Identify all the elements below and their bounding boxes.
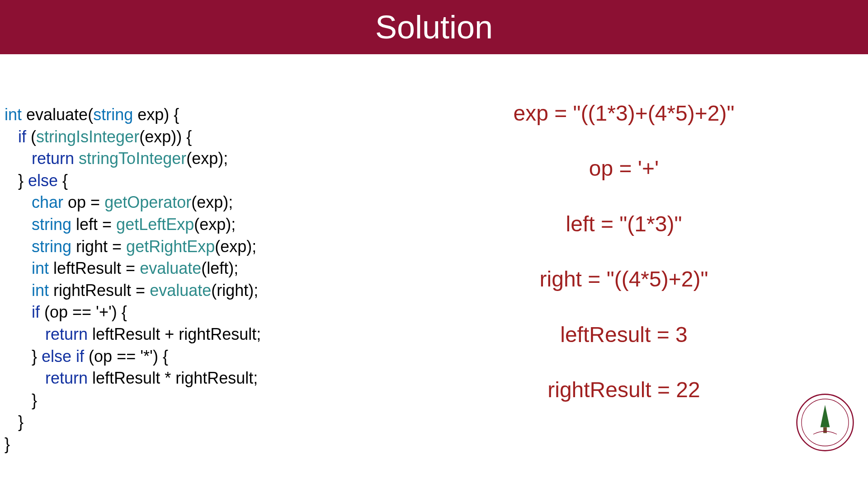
code-token: (op == '+') { — [40, 303, 127, 321]
code-token: right = — [71, 237, 126, 256]
code-token: (exp); — [194, 215, 236, 234]
trace-left-result: leftResult = 3 — [452, 321, 796, 349]
code-token: evaluate — [150, 281, 211, 300]
code-token: int — [5, 105, 22, 124]
code-token: leftResult = — [49, 259, 140, 277]
code-token — [5, 237, 32, 256]
trace-right-result: rightResult = 22 — [452, 376, 796, 404]
code-token — [5, 127, 18, 146]
code-token: getLeftExp — [116, 215, 194, 234]
code-token: } — [5, 435, 10, 453]
stanford-seal-icon — [796, 393, 854, 452]
code-token — [5, 369, 45, 387]
code-token: rightResult = — [49, 281, 150, 300]
trace-op: op = '+' — [452, 155, 796, 183]
code-token: ( — [26, 127, 36, 146]
code-token: return — [45, 325, 88, 343]
code-token: getRightExp — [126, 237, 215, 256]
code-token: } — [5, 391, 37, 409]
svg-rect-3 — [823, 427, 827, 433]
code-token: (exp); — [186, 149, 228, 168]
code-token: stringIsInteger — [36, 127, 139, 146]
code-token: (exp); — [191, 193, 233, 211]
code-token — [5, 193, 32, 211]
code-token: string — [32, 215, 71, 234]
code-token: left = — [71, 215, 116, 234]
code-token: if — [18, 127, 26, 146]
trace-panel: exp = "((1*3)+(4*5)+2)" op = '+' left = … — [452, 99, 796, 431]
code-token: (op == '*') { — [84, 347, 168, 366]
code-token — [5, 215, 32, 234]
code-block: int evaluate(string exp) { if (stringIsI… — [5, 104, 261, 455]
code-token — [5, 281, 32, 300]
code-token: (exp)) { — [139, 127, 192, 146]
code-token: } — [5, 413, 24, 431]
code-token: return — [32, 149, 74, 168]
code-token — [5, 149, 32, 168]
svg-marker-2 — [821, 405, 830, 427]
code-token: (left); — [201, 259, 238, 277]
code-token: evaluate( — [22, 105, 93, 124]
code-token — [5, 325, 45, 343]
code-token: (right); — [211, 281, 258, 300]
slide-title: Solution — [375, 9, 493, 46]
trace-right: right = "((4*5)+2)" — [452, 265, 796, 293]
code-token: int — [32, 259, 49, 277]
trace-left: left = "(1*3)" — [452, 210, 796, 238]
code-token: else if — [42, 347, 84, 366]
code-token: op = — [63, 193, 104, 211]
code-token: else — [28, 171, 58, 190]
code-token: char — [32, 193, 63, 211]
code-token: stringToInteger — [79, 149, 186, 168]
trace-exp: exp = "((1*3)+(4*5)+2)" — [452, 99, 796, 127]
code-token: leftResult * rightResult; — [88, 369, 258, 387]
slide-header: Solution — [0, 0, 868, 54]
code-token: exp) { — [133, 105, 179, 124]
code-token: if — [32, 303, 40, 321]
code-token: (exp); — [215, 237, 256, 256]
slide: Solution int evaluate(string exp) { if (… — [0, 0, 868, 488]
code-token: return — [45, 369, 88, 387]
code-token — [74, 149, 79, 168]
code-token: string — [32, 237, 71, 256]
code-token — [5, 303, 32, 321]
code-token: { — [58, 171, 68, 190]
code-token: leftResult + rightResult; — [88, 325, 261, 343]
code-token: } — [5, 347, 42, 366]
slide-content: int evaluate(string exp) { if (stringIsI… — [0, 81, 868, 461]
code-token: getOperator — [104, 193, 191, 211]
code-token: int — [32, 281, 49, 300]
code-token: string — [93, 105, 133, 124]
code-token — [5, 259, 32, 277]
code-token: } — [5, 171, 28, 190]
code-token: evaluate — [140, 259, 201, 277]
